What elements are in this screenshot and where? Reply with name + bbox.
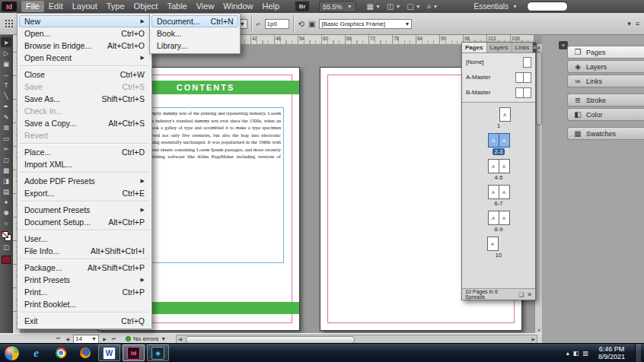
spread-8-9[interactable]: AA8-9 <box>488 211 510 233</box>
panel-menu-icon[interactable]: ≡ <box>533 43 537 52</box>
file-menu-item-package[interactable]: Package...Alt+Shift+Ctrl+P <box>19 262 150 274</box>
reference-point-icon[interactable] <box>5 19 14 28</box>
scroll-right-icon[interactable]: ▶ <box>531 336 535 341</box>
file-menu-item-save[interactable]: SaveCtrl+S <box>19 81 150 93</box>
pen-tool[interactable]: ✒ <box>1 101 11 111</box>
panel-tab-pages[interactable]: Pages <box>462 43 487 52</box>
taskbar-indesign[interactable]: Id <box>123 345 145 361</box>
corner-options-icon[interactable]: ⌐ <box>257 20 261 28</box>
free-transform-tool[interactable]: ◻ <box>1 154 11 164</box>
fill-swatch[interactable] <box>2 231 8 238</box>
gap-tool[interactable]: ↔ <box>1 69 11 79</box>
taskbar-generic-app[interactable]: ◆ <box>147 345 169 361</box>
text-wrap-icon[interactable]: ▣ <box>308 20 315 28</box>
type-tool[interactable]: T <box>1 80 11 90</box>
file-menu-item-export[interactable]: Export...Ctrl+E <box>19 187 150 199</box>
spread-2-3[interactable]: AA2-3 <box>488 133 510 155</box>
file-menu-item-place[interactable]: Place...Ctrl+D <box>19 146 150 158</box>
menu-file[interactable]: File <box>21 1 44 12</box>
taskbar-internet-explorer[interactable]: e <box>25 345 47 361</box>
file-menu-item-file-info[interactable]: File Info...Alt+Shift+Ctrl+I <box>19 245 150 257</box>
line-tool[interactable]: ╲ <box>1 90 11 100</box>
master-row-b-master[interactable]: B-Master <box>466 86 531 99</box>
spread-6-7[interactable]: AA6-7 <box>488 185 510 207</box>
file-menu-item-close[interactable]: CloseCtrl+W <box>19 68 150 81</box>
page-number-dropdown[interactable]: 14 ▼ <box>73 335 99 344</box>
menu-view[interactable]: View <box>192 1 219 12</box>
file-menu-item-exit[interactable]: ExitCtrl+Q <box>19 315 150 327</box>
file-menu-item-adobe-pdf-presets[interactable]: Adobe PDF Presets▶ <box>19 175 150 187</box>
file-menu-item-import-xml[interactable]: Import XML... <box>19 158 150 170</box>
menu-table[interactable]: Table <box>162 1 191 12</box>
menu-layout[interactable]: Layout <box>68 1 102 12</box>
last-page-button[interactable]: ⏭ <box>110 336 117 341</box>
master-row-a-master[interactable]: A-Master <box>466 71 531 84</box>
file-menu-item-user[interactable]: User... <box>19 233 150 245</box>
screen-mode-icon[interactable]: ◫▼ <box>387 2 400 11</box>
spread-1[interactable]: A1 <box>493 107 505 129</box>
new-submenu-item-library[interactable]: Library... <box>151 40 238 52</box>
bridge-icon[interactable]: Br <box>295 1 310 12</box>
rectangle-tool[interactable]: ▭ <box>1 133 11 143</box>
tray-icon[interactable]: ▥ <box>582 350 588 357</box>
file-menu-item-revert[interactable]: Revert <box>19 129 150 141</box>
gradient-swatch-tool[interactable]: ▩ <box>1 165 11 175</box>
rectangle-frame-tool[interactable]: ⊠ <box>1 122 11 132</box>
menu-help[interactable]: Help <box>257 1 284 12</box>
dock-panel-color[interactable]: ◧Color <box>567 108 644 121</box>
new-page-icon[interactable]: ❏ <box>518 291 524 298</box>
file-menu-item-print-booklet[interactable]: Print Booklet... <box>19 298 150 310</box>
show-desktop-button[interactable] <box>635 344 641 362</box>
zoom-level-dropdown[interactable]: 55.5% ▼ <box>319 1 355 12</box>
taskbar-word[interactable]: W <box>98 345 120 361</box>
pencil-tool[interactable]: ✎ <box>1 112 11 122</box>
preflight-status[interactable]: No errors ▼ <box>126 335 166 342</box>
menu-window[interactable]: Window <box>218 1 257 12</box>
taskbar-chrome[interactable] <box>49 345 72 361</box>
tray-icon[interactable]: ◧ <box>573 350 579 357</box>
selection-tool[interactable]: ➤ <box>1 37 11 47</box>
horizontal-scroll-thumb[interactable] <box>186 336 355 344</box>
new-submenu-item-document[interactable]: Document...Ctrl+N <box>151 15 238 27</box>
horizontal-scrollbar[interactable]: ◀ ▶ <box>176 335 537 344</box>
zoom-tool[interactable]: ○ <box>1 218 11 228</box>
panel-tab-layers[interactable]: Layers <box>487 43 512 52</box>
chevron-down-icon[interactable]: ▾ <box>627 20 631 27</box>
rotate-icon[interactable]: ⟲ <box>298 20 304 28</box>
file-menu-item-save-a-copy[interactable]: Save a Copy...Alt+Ctrl+S <box>19 117 150 129</box>
object-style-dropdown[interactable]: [Basic Graphics Frame] ▼ <box>319 19 412 29</box>
dock-panel-swatches[interactable]: ▦Swatches <box>567 127 644 140</box>
taskbar-clock[interactable]: 6:46 PM 8/9/2021 <box>593 345 630 360</box>
menu-edit[interactable]: Edit <box>44 1 68 12</box>
dock-panel-links[interactable]: ∞Links <box>567 75 644 87</box>
fill-stroke-swatches[interactable] <box>2 231 11 241</box>
file-menu-item-document-setup[interactable]: Document Setup...Alt+Ctrl+P <box>19 216 150 228</box>
previous-page-button[interactable]: ◀ <box>64 336 71 341</box>
start-button[interactable] <box>4 345 20 361</box>
direct-selection-tool[interactable]: ▷ <box>1 48 11 58</box>
panel-menu-icon[interactable]: ≡ <box>636 20 639 27</box>
file-menu-item-check-in[interactable]: Check In... <box>19 105 150 117</box>
eyedropper-tool[interactable]: ✦ <box>1 197 11 207</box>
file-menu-item-new[interactable]: New▶ <box>19 15 150 27</box>
file-menu-item-browse-in-bridge[interactable]: Browse in Bridge...Alt+Ctrl+O <box>19 40 150 52</box>
tray-icon[interactable]: ▴ <box>566 350 569 357</box>
delete-page-icon[interactable]: ✕ <box>527 291 532 298</box>
master-row-none[interactable]: [None] <box>466 56 531 68</box>
search-input[interactable] <box>527 2 568 11</box>
dock-panel-layers[interactable]: ◈Layers <box>567 60 644 73</box>
taskbar-firefox[interactable] <box>74 345 96 361</box>
vertical-scroll-thumb[interactable] <box>536 52 542 125</box>
dock-panel-pages[interactable]: ❐Pages <box>567 46 644 59</box>
new-submenu-item-book[interactable]: Book... <box>151 27 238 40</box>
page-tool[interactable]: ▣ <box>1 59 11 68</box>
screen-mode-button[interactable]: ◫ <box>1 242 11 252</box>
note-tool[interactable]: ▤ <box>1 186 11 196</box>
spread-4-5[interactable]: AA4-5 <box>488 159 510 181</box>
gradient-feather-tool[interactable]: ◨ <box>1 176 11 186</box>
file-menu-item-print-presets[interactable]: Print Presets▶ <box>19 274 150 286</box>
preview-mode-icon[interactable] <box>2 256 11 264</box>
view-options-icon[interactable]: ▦▼ <box>367 2 381 11</box>
file-menu-item-open-recent[interactable]: Open Recent▶ <box>19 52 150 64</box>
menu-object[interactable]: Object <box>129 1 163 12</box>
